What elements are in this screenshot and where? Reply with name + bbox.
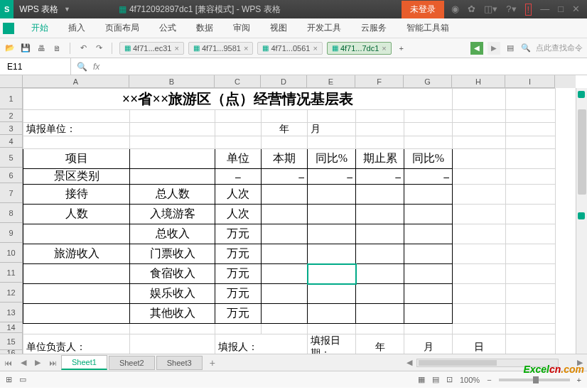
help-icon[interactable]: ?▾ [506,4,516,16]
sheet-tab-bar: ⏮ ◀ ▶ ⏭ Sheet1 Sheet2 Sheet3 + ◀ ▶ [0,354,587,371]
save-icon[interactable]: 💾 [20,43,31,54]
close-tab-icon[interactable]: × [382,44,386,53]
search-icon[interactable]: 🔍 [520,43,532,54]
name-box[interactable]: E11 [0,58,71,75]
file-tab-1[interactable]: ▦4f71...ec31× [119,42,184,55]
minimize-icon[interactable]: — [540,4,549,16]
sheet-nav-last[interactable]: ⏭ [45,359,61,367]
search-hint[interactable]: 点此查找命令 [536,43,583,53]
fx-label[interactable]: fx [93,62,99,72]
add-file-tab-icon[interactable]: + [396,43,407,54]
file-tab-3[interactable]: ▦4f71...0561× [257,42,323,55]
close-tab-icon[interactable]: × [244,44,248,53]
vscroll-thumb[interactable] [578,109,586,195]
hscroll-left[interactable]: ◀ [402,358,416,367]
zoom-value[interactable]: 100% [460,376,480,384]
fx-search-icon[interactable]: 🔍 [77,62,87,72]
view-custom-icon[interactable]: ⊡ [446,375,453,384]
file-icon: ▦ [262,44,269,52]
menu-cloud[interactable]: 云服务 [351,22,397,34]
feedback-icon[interactable]: ! [525,4,532,16]
toolbar: 📂 💾 🖶 🗎 ↶ ↷ ▦4f71...ec31× ▦4f71...9581× … [0,38,587,58]
close-tab-icon[interactable]: × [174,44,178,53]
redo-icon[interactable]: ↷ [93,43,104,54]
sheet-tab-3[interactable]: Sheet3 [156,356,203,370]
menu-start[interactable]: 开始 [21,22,58,34]
column-headers[interactable]: ABCDEFGHI [23,75,576,88]
sidebar-toggle-top[interactable] [578,91,585,98]
zoom-slider[interactable] [499,379,570,381]
menu-dev-tools[interactable]: 开发工具 [297,22,351,34]
settings-icon[interactable]: ✿ [468,4,475,16]
menu-page-layout[interactable]: 页面布局 [95,22,149,34]
login-button[interactable]: 未登录 [402,1,444,18]
list-tabs-icon[interactable]: ▤ [505,43,516,54]
menu-smart-toolbox[interactable]: 智能工具箱 [397,22,459,34]
file-icon: ▦ [193,44,200,52]
close-tab-icon[interactable]: × [313,44,317,53]
title-bar: S WPS 表格 ▼ ▦ 4f712092897dc1 [兼容模式] - WPS… [0,0,587,18]
app-logo: S [0,0,14,18]
document-icon: ▦ [119,4,126,14]
vertical-scrollbar[interactable] [576,88,587,354]
status-bar: ⊞ ▭ ▦ ▤ ⊡ 100% − + [0,371,587,388]
tab-nav-right[interactable]: ▶ [488,42,500,55]
view-page-icon[interactable]: ▤ [432,375,439,384]
document-title: 4f712092897dc1 [兼容模式] - WPS 表格 [129,4,281,16]
file-tab-4[interactable]: ▦4f71...7dc1× [327,42,392,55]
skin-icon[interactable]: ◫▾ [484,4,497,16]
sheet-nav-prev[interactable]: ◀ [16,358,31,367]
close-icon[interactable]: ✕ [572,4,580,16]
formula-bar: E11 🔍 fx [0,58,587,75]
view-normal-icon[interactable]: ▦ [418,375,425,384]
maximize-icon[interactable]: □ [558,4,564,16]
add-sheet-icon[interactable]: + [204,357,221,369]
menu-review[interactable]: 审阅 [223,22,260,34]
sync-icon[interactable]: ◉ [451,4,459,16]
watermark: Excelcn.com [523,364,584,375]
app-menu-dropdown[interactable]: ▼ [64,6,76,13]
tab-nav-left[interactable]: ◀ [470,42,483,55]
grid[interactable]: ××省××旅游区（点）经营情况基层表填报单位：年月项目单位本期同比%期止累同比%… [23,88,576,354]
sheet-tab-1[interactable]: Sheet1 [61,355,107,370]
file-icon: ▦ [124,44,131,52]
open-icon[interactable]: 📂 [4,43,16,54]
select-all-corner[interactable] [0,75,23,88]
sheet-nav-next[interactable]: ▶ [31,358,45,367]
print-icon[interactable]: 🖶 [36,43,47,54]
zoom-in-icon[interactable]: + [577,376,581,384]
doc-map-icon[interactable]: ⊞ [6,375,12,384]
spreadsheet[interactable]: ABCDEFGHI 12345678910111213141516 ××省××旅… [0,75,587,354]
print-preview-icon[interactable]: 🗎 [51,43,63,54]
menu-insert[interactable]: 插入 [58,22,95,34]
file-tab-2[interactable]: ▦4f71...9581× [188,42,254,55]
undo-icon[interactable]: ↶ [77,43,89,54]
hscroll-thumb[interactable] [419,360,497,366]
menu-bar: 开始 插入 页面布局 公式 数据 审阅 视图 开发工具 云服务 智能工具箱 [0,18,587,38]
row-headers[interactable]: 12345678910111213141516 [0,88,23,354]
reading-layout-icon[interactable]: ▭ [19,375,26,384]
menu-data[interactable]: 数据 [186,22,223,34]
menu-formula[interactable]: 公式 [149,22,186,34]
file-icon: ▦ [332,44,338,52]
wps-menu-icon[interactable] [3,23,14,34]
zoom-out-icon[interactable]: − [487,376,491,384]
app-name: WPS 表格 [14,4,64,16]
sheet-nav-first[interactable]: ⏮ [0,359,16,367]
menu-view[interactable]: 视图 [260,22,297,34]
sidebar-toggle-mid[interactable] [578,212,585,219]
sheet-tab-2[interactable]: Sheet2 [109,356,155,370]
